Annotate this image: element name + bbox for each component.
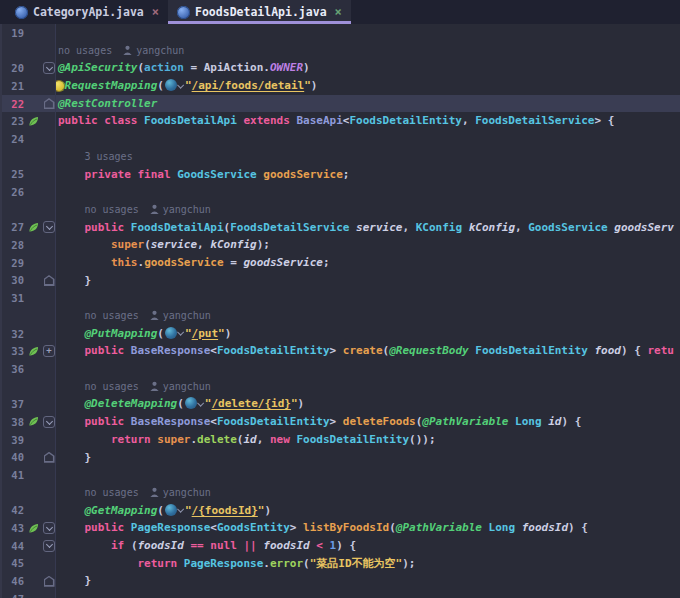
fold-marker[interactable] — [44, 452, 55, 463]
tab-close-icon[interactable]: × — [335, 5, 342, 19]
line-number[interactable]: 40 — [2, 451, 24, 463]
code-token: ( — [157, 504, 164, 517]
fold-marker[interactable] — [43, 221, 55, 233]
tab-close-icon[interactable]: × — [152, 5, 159, 19]
code-token: @GetMapping — [85, 504, 158, 517]
spring-bean-icon[interactable] — [27, 345, 40, 358]
code-token: GoodsEntity — [217, 521, 290, 534]
fold-marker[interactable] — [43, 540, 55, 552]
code-token: super — [111, 238, 144, 251]
code-line: 32@PutMapping("/put") — [0, 325, 680, 343]
code-token: BaseResponse — [131, 344, 210, 357]
line-number[interactable]: 25 — [2, 168, 24, 180]
line-number[interactable]: 47 — [2, 593, 24, 598]
code-text: public FoodsDetailApi(FoodsDetailService… — [56, 219, 680, 237]
line-number[interactable]: 33 — [2, 345, 24, 357]
code-token: no usages — [85, 487, 139, 498]
intention-bulb-icon[interactable] — [56, 81, 64, 91]
fold-marker[interactable] — [43, 345, 55, 357]
line-number[interactable]: 43 — [2, 522, 24, 534]
gutter — [0, 148, 56, 166]
line-number[interactable]: 37 — [2, 398, 24, 410]
line-number[interactable]: 32 — [2, 328, 24, 340]
code-token: yangchun — [163, 204, 211, 215]
code-text: return super.delete(id, new FoodsDetailE… — [56, 431, 680, 449]
fold-marker[interactable] — [43, 62, 55, 74]
spring-bean-icon[interactable] — [27, 115, 40, 128]
code-token: " — [185, 79, 192, 92]
line-number[interactable]: 39 — [2, 434, 24, 446]
code-token: ) { — [336, 539, 356, 552]
code-token: delete — [197, 433, 237, 446]
code-token: /{foodsId} — [192, 504, 258, 517]
code-line: 24 — [0, 130, 680, 148]
code-token: ( — [303, 557, 310, 570]
line-number[interactable]: 21 — [2, 80, 24, 92]
fold-marker[interactable] — [44, 98, 55, 109]
line-number[interactable]: 31 — [2, 292, 24, 304]
fold-marker[interactable] — [44, 576, 55, 587]
line-number[interactable]: 23 — [2, 115, 24, 127]
line-number[interactable]: 20 — [2, 62, 24, 74]
spring-bean-icon[interactable] — [27, 522, 40, 535]
line-number[interactable]: 44 — [2, 540, 24, 552]
code-line: 42@GetMapping("/{foodsId}") — [0, 502, 680, 520]
code-token: } — [85, 274, 92, 287]
fold-marker[interactable] — [43, 416, 55, 428]
code-token: < — [316, 539, 323, 552]
tab-foodsdetailapi-java[interactable]: FoodsDetailApi.java× — [168, 0, 351, 24]
code-token: Long — [515, 415, 548, 428]
code-token: @PathVariable — [422, 415, 515, 428]
url-mapping-icon[interactable] — [165, 504, 177, 516]
line-number[interactable]: 41 — [2, 469, 24, 481]
line-number[interactable]: 27 — [2, 221, 24, 233]
gutter: 33 — [0, 342, 56, 360]
spring-bean-icon[interactable] — [27, 221, 40, 234]
gutter: 38 — [0, 413, 56, 431]
url-mapping-icon[interactable] — [165, 327, 177, 339]
fold-marker[interactable] — [43, 522, 55, 534]
code-token: ( — [157, 79, 164, 92]
line-number[interactable]: 36 — [2, 363, 24, 375]
code-token: /api/foods/detail — [192, 79, 305, 92]
url-mapping-icon[interactable] — [165, 79, 177, 91]
code-token: this — [111, 256, 138, 269]
line-number[interactable]: 28 — [2, 239, 24, 251]
line-number[interactable]: 26 — [2, 186, 24, 198]
code-token: || — [243, 539, 256, 552]
spring-bean-icon[interactable] — [27, 415, 40, 428]
code-token: FoodsDetailApi — [131, 221, 224, 234]
line-number[interactable]: 45 — [2, 557, 24, 569]
code-token: public — [85, 221, 131, 234]
code-token: FoodsDetailEntity — [349, 114, 462, 127]
line-number[interactable]: 24 — [2, 133, 24, 145]
gutter: 25 — [0, 166, 56, 184]
code-token: action — [144, 61, 184, 74]
code-token: yangchun — [136, 45, 184, 56]
gutter — [0, 42, 56, 60]
code-token: == — [190, 539, 203, 552]
tab-categoryapi-java[interactable]: CategoryApi.java× — [6, 0, 168, 24]
code-token: service — [151, 238, 197, 251]
line-number[interactable]: 19 — [2, 27, 24, 39]
url-mapping-icon[interactable] — [185, 397, 197, 409]
code-token: private final — [85, 168, 178, 181]
editor[interactable]: 19no usagesyangchun20@ApiSecurity(action… — [0, 24, 680, 598]
line-number[interactable]: 42 — [2, 504, 24, 516]
code-token: yangchun — [163, 487, 211, 498]
inlay-hint-line: no usagesyangchun — [0, 42, 680, 60]
code-token: BaseResponse — [131, 415, 210, 428]
inlay-hint: no usagesyangchun — [56, 484, 680, 502]
line-number[interactable]: 29 — [2, 257, 24, 269]
line-number[interactable]: 22 — [2, 98, 24, 110]
line-number[interactable]: 46 — [2, 575, 24, 587]
code-token: id — [548, 415, 561, 428]
fold-marker[interactable] — [44, 275, 55, 286]
code-token: return — [138, 557, 184, 570]
code-token: ) — [298, 397, 305, 410]
line-number[interactable]: 30 — [2, 274, 24, 286]
line-number[interactable]: 38 — [2, 416, 24, 428]
code-token: PageResponse — [131, 521, 210, 534]
code-text: this.goodsService = goodsService; — [56, 254, 680, 272]
code-line: 36 — [0, 360, 680, 378]
